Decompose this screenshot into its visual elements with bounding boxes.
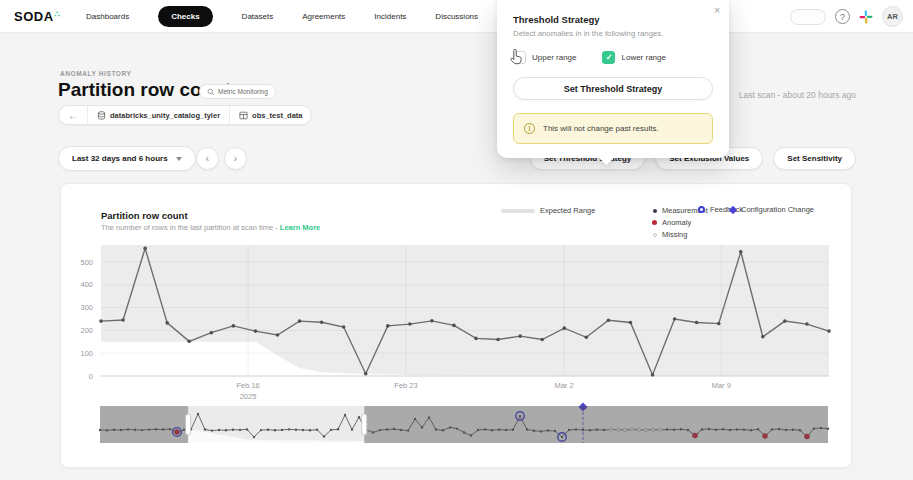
back-arrow-icon: ← <box>68 110 78 121</box>
anomaly-chart-card: Partition row count The number of rows i… <box>60 183 852 468</box>
nav-items: Dashboards Checks Datasets Agreements In… <box>86 6 529 27</box>
close-icon[interactable]: × <box>714 5 720 16</box>
popover-subtitle: Detect anomalies in in the following ran… <box>513 29 713 38</box>
navigator-handle[interactable] <box>186 414 191 435</box>
svg-text:100: 100 <box>80 349 93 358</box>
date-range-select[interactable]: Last 32 days and 6 hours <box>58 146 196 171</box>
upper-range-checkbox[interactable] <box>513 51 526 64</box>
user-avatar[interactable]: AR <box>882 6 903 27</box>
upper-range-option[interactable]: Upper range <box>513 51 576 64</box>
nav-item-agreements[interactable]: Agreements <box>302 12 345 21</box>
breadcrumb-dataset[interactable]: obs_test_data <box>229 106 311 124</box>
toggle-pill[interactable] <box>790 9 826 25</box>
svg-text:400: 400 <box>80 280 93 289</box>
top-navigation: SODA∴ Dashboards Checks Datasets Agreeme… <box>0 0 913 33</box>
breadcrumb: ← databricks_unity_catalog_tyler obs_tes… <box>58 105 312 125</box>
next-range-button[interactable]: › <box>224 147 247 170</box>
nav-item-checks[interactable]: Checks <box>158 6 212 27</box>
navigator-handle[interactable] <box>362 414 367 435</box>
svg-text:2025: 2025 <box>240 392 257 401</box>
range-checkboxes: Upper range ✓ Lower range <box>513 51 713 64</box>
metric-monitoring-badge: Metric Monitoring <box>199 84 276 99</box>
app-root: SODA∴ Dashboards Checks Datasets Agreeme… <box>0 0 913 480</box>
nav-item-discussions[interactable]: Discussions <box>435 12 478 21</box>
soda-logo[interactable]: SODA∴ <box>14 9 61 24</box>
check-icon: ✓ <box>606 53 613 62</box>
anomaly-history-eyebrow: ANOMALY HISTORY <box>60 70 131 77</box>
svg-text:Mar 2: Mar 2 <box>554 381 573 390</box>
last-scan-status: Last scan - about 20 hours ago <box>739 90 856 100</box>
svg-text:0: 0 <box>89 372 93 381</box>
chevron-left-icon: ‹ <box>206 153 209 164</box>
svg-text:300: 300 <box>80 303 93 312</box>
nav-item-dashboards[interactable]: Dashboards <box>86 12 129 21</box>
info-icon: i <box>524 123 535 134</box>
popover-notice: i This will not change past results. <box>513 113 713 144</box>
threshold-strategy-popover: × Threshold Strategy Detect anomalies in… <box>497 0 729 158</box>
help-icon[interactable]: ? <box>835 9 850 24</box>
nav-right-controls: ? AR <box>790 0 903 33</box>
anomaly-chart-canvas[interactable]: 0100200300400500Feb 162025Feb 23Mar 2Mar… <box>61 184 853 469</box>
nav-item-incidents[interactable]: Incidents <box>374 12 406 21</box>
logo-sparkle-icon: ∴ <box>55 9 61 19</box>
svg-text:Feb 16: Feb 16 <box>236 381 259 390</box>
breadcrumb-datasource[interactable]: databricks_unity_catalog_tyler <box>87 106 229 124</box>
magnifier-icon <box>207 88 215 96</box>
chevron-down-icon <box>176 157 182 161</box>
nav-item-datasets[interactable]: Datasets <box>242 12 274 21</box>
table-icon <box>239 111 248 120</box>
svg-text:Feb 23: Feb 23 <box>394 381 417 390</box>
breadcrumb-back-button[interactable]: ← <box>59 106 87 124</box>
previous-range-button[interactable]: ‹ <box>196 147 219 170</box>
database-icon <box>97 111 106 120</box>
lower-range-option[interactable]: ✓ Lower range <box>602 51 665 64</box>
chevron-right-icon: › <box>234 153 237 164</box>
lower-range-checkbox[interactable]: ✓ <box>602 51 615 64</box>
popover-set-threshold-strategy-button[interactable]: Set Threshold Strategy <box>513 77 713 100</box>
popover-title: Threshold Strategy <box>513 14 713 25</box>
svg-text:200: 200 <box>80 326 93 335</box>
set-sensitivity-button[interactable]: Set Sensitivity <box>773 147 856 170</box>
svg-text:Mar 9: Mar 9 <box>712 381 731 390</box>
svg-text:500: 500 <box>80 258 93 267</box>
slack-icon[interactable] <box>859 10 873 24</box>
